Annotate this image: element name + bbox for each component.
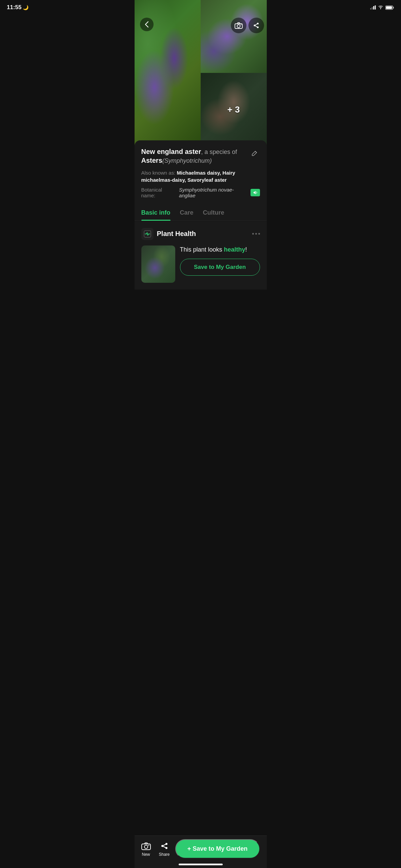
tabs: Basic info Care Culture [135,205,267,221]
svg-point-11 [257,23,259,24]
section-title-row: Plant Health [141,228,196,240]
dot [258,233,260,235]
plant-genus-italic: (Symphyotrichum) [162,157,212,164]
edit-icon[interactable] [249,148,260,159]
photo-more-count: + 3 [227,104,240,115]
more-dots-button[interactable] [252,233,260,235]
section-header: Plant Health [141,228,260,240]
save-to-garden-outline-button[interactable]: Save to My Garden [180,259,260,276]
health-icon [141,228,154,240]
share-button-top[interactable] [248,18,264,33]
health-content: This plant looks healthy! Save to My Gar… [141,245,260,283]
svg-point-9 [237,25,240,28]
plant-title-row: New england aster, a species of Asters(S… [141,147,260,165]
botanical-name: Symphyotrichum novae-angliae [179,187,247,198]
plant-genus: Asters [141,157,162,164]
svg-point-10 [240,24,241,25]
health-word: healthy [224,246,245,253]
botanical-label: Botanical name: [141,187,177,198]
tab-basic-info[interactable]: Basic info [141,205,171,220]
health-prefix: This plant looks [180,246,224,253]
plant-thumbnail [141,245,175,283]
dot [255,233,257,235]
camera-button-top[interactable] [231,18,246,33]
also-known-label: Also known as: [141,170,176,176]
back-button[interactable] [140,18,154,31]
health-status-text: This plant looks healthy! [180,245,260,254]
spacer [135,290,267,323]
plant-title: New england aster, a species of Asters(S… [141,147,249,165]
dot [252,233,254,235]
botanical-row: Botanical name: Symphyotrichum novae-ang… [141,187,260,198]
species-prefix: , a species of [201,149,237,155]
health-suffix: ! [245,246,247,253]
photo-bottom-right[interactable]: + 3 [201,73,267,146]
photo-grid: + 3 [135,0,267,146]
tab-care[interactable]: Care [180,205,194,220]
tab-culture[interactable]: Culture [203,205,224,220]
also-known: Also known as: Michaelmas daisy, Hairy m… [141,169,260,183]
sound-icon[interactable] [250,189,260,196]
plant-health-section: Plant Health This plant looks healthy! S… [135,221,267,290]
section-title: Plant Health [157,230,196,238]
status-bar: 11:55 🌙 [135,0,267,15]
plant-common-name: New england aster [141,148,201,155]
svg-point-13 [254,25,255,26]
svg-point-12 [257,26,259,28]
health-text-area: This plant looks healthy! Save to My Gar… [180,245,260,276]
plant-info: New england aster, a species of Asters(S… [135,140,267,221]
